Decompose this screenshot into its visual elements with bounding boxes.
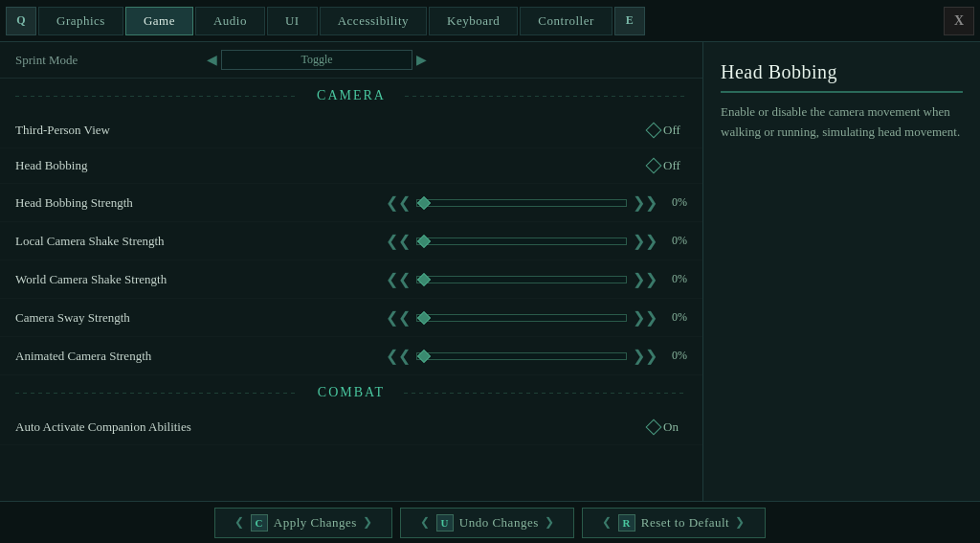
section-line-right [405, 96, 687, 97]
head-bobbing-strength-slider[interactable]: ❮❮ ❯❯ 0% [386, 193, 687, 212]
camera-section-label: Camera [298, 88, 405, 103]
info-panel: Head Bobbing Enable or disable the camer… [702, 42, 980, 501]
e-key-button[interactable]: E [614, 7, 645, 35]
apply-changes-button[interactable]: ❮ C Apply Changes ❯ [214, 508, 392, 538]
slider-left-arrow-5[interactable]: ❮❮ [386, 347, 411, 365]
head-bobbing-value: Off [663, 158, 687, 173]
camera-sway-slider[interactable]: ❮❮ ❯❯ 0% [386, 308, 687, 327]
head-bobbing-row: Head Bobbing Off [0, 148, 702, 184]
slider-track-4[interactable] [416, 314, 627, 322]
info-title: Head Bobbing [721, 61, 963, 93]
auto-activate-label: Auto Activate Companion Abilities [15, 419, 648, 435]
auto-activate-value: On [663, 419, 687, 435]
head-bobbing-strength-row: Head Bobbing Strength ❮❮ ❯❯ 0% [0, 184, 702, 222]
tab-audio[interactable]: Audio [195, 7, 265, 35]
sprint-mode-value: Toggle [221, 50, 412, 70]
head-bobbing-strength-value: 0% [663, 195, 687, 210]
tab-controller[interactable]: Controller [520, 7, 612, 35]
apply-key: C [251, 514, 268, 532]
slider-left-arrow-3[interactable]: ❮❮ [386, 270, 411, 288]
local-camera-shake-value: 0% [663, 234, 687, 248]
slider-track-5[interactable] [416, 352, 627, 360]
third-person-view-row: Third-Person View Off [0, 113, 702, 148]
slider-track[interactable] [416, 199, 627, 207]
slider-handle-3[interactable] [417, 272, 431, 285]
local-camera-shake-row: Local Camera Shake Strength ❮❮ ❯❯ 0% [0, 222, 702, 260]
slider-right-arrow[interactable]: ❯❯ [633, 193, 657, 212]
combat-section-header: Combat [0, 379, 702, 406]
reset-key: R [618, 514, 635, 532]
combat-section-line-left [15, 393, 299, 394]
undo-changes-button[interactable]: ❮ U Undo Changes ❯ [400, 508, 574, 538]
third-person-view-toggle[interactable]: Off [648, 123, 687, 138]
reset-to-default-button[interactable]: ❮ R Reset to Default ❯ [582, 508, 765, 538]
head-bobbing-strength-label: Head Bobbing Strength [15, 195, 386, 211]
slider-handle[interactable] [417, 195, 431, 209]
slider-right-arrow-5[interactable]: ❯❯ [633, 347, 657, 365]
undo-chevron-right: ❯ [545, 515, 555, 530]
toggle-left-arrow[interactable]: ◀ [207, 52, 217, 68]
auto-activate-toggle[interactable]: On [648, 419, 687, 435]
tab-accessibility[interactable]: Accessibility [320, 7, 427, 35]
bottom-bar: ❮ C Apply Changes ❯ ❮ U Undo Changes ❯ ❮… [0, 501, 980, 543]
slider-left-arrow[interactable]: ❮❮ [386, 193, 411, 212]
settings-panel: Sprint Mode ◀ Toggle ▶ Camera Third-Pers… [0, 42, 702, 501]
close-button[interactable]: X [944, 7, 974, 35]
undo-key: U [436, 514, 454, 532]
tab-keyboard[interactable]: Keyboard [429, 7, 518, 35]
local-camera-shake-label: Local Camera Shake Strength [15, 234, 386, 249]
undo-changes-label: Undo Changes [459, 515, 539, 531]
slider-right-arrow-2[interactable]: ❯❯ [633, 232, 657, 250]
sprint-mode-label: Sprint Mode [15, 53, 207, 68]
third-person-view-value: Off [663, 123, 687, 138]
combat-section-label: Combat [299, 385, 404, 400]
apply-chevron-right: ❯ [363, 515, 373, 530]
slider-right-arrow-4[interactable]: ❯❯ [633, 308, 657, 327]
toggle-right-arrow[interactable]: ▶ [416, 52, 427, 68]
reset-chevron-right: ❯ [735, 515, 746, 530]
slider-track-2[interactable] [416, 238, 627, 245]
tab-game[interactable]: Game [125, 7, 193, 35]
slider-right-arrow-3[interactable]: ❯❯ [633, 270, 657, 288]
third-person-view-label: Third-Person View [15, 123, 648, 138]
animated-camera-value: 0% [663, 349, 687, 363]
world-camera-shake-row: World Camera Shake Strength ❮❮ ❯❯ 0% [0, 260, 702, 299]
slider-left-arrow-2[interactable]: ❮❮ [386, 232, 411, 250]
world-camera-shake-slider[interactable]: ❮❮ ❯❯ 0% [386, 270, 687, 288]
auto-activate-row: Auto Activate Companion Abilities On [0, 410, 702, 445]
camera-section-header: Camera [0, 82, 702, 109]
top-navigation: Q Graphics Game Audio UI Accessibility K… [0, 0, 980, 42]
slider-left-arrow-4[interactable]: ❮❮ [386, 308, 411, 327]
head-bobbing-toggle[interactable]: Off [648, 158, 687, 173]
diamond-icon-2 [646, 158, 662, 174]
reset-chevron-left: ❮ [602, 515, 612, 530]
local-camera-shake-slider[interactable]: ❮❮ ❯❯ 0% [386, 232, 687, 250]
head-bobbing-label: Head Bobbing [15, 158, 648, 173]
reset-to-default-label: Reset to Default [641, 515, 729, 531]
slider-handle-4[interactable] [417, 310, 431, 324]
animated-camera-slider[interactable]: ❮❮ ❯❯ 0% [386, 347, 687, 365]
camera-sway-label: Camera Sway Strength [15, 310, 386, 326]
diamond-icon [646, 123, 662, 139]
animated-camera-row: Animated Camera Strength ❮❮ ❯❯ 0% [0, 337, 702, 375]
combat-section-line-right [404, 393, 687, 394]
q-key-button[interactable]: Q [6, 7, 36, 35]
apply-chevron-left: ❮ [234, 515, 245, 530]
diamond-icon-3 [646, 419, 662, 436]
animated-camera-label: Animated Camera Strength [15, 349, 386, 364]
camera-sway-value: 0% [663, 310, 687, 325]
undo-chevron-left: ❮ [420, 515, 431, 530]
slider-handle-5[interactable] [417, 349, 431, 362]
slider-handle-2[interactable] [417, 234, 431, 247]
apply-changes-label: Apply Changes [274, 515, 357, 531]
tab-ui[interactable]: UI [267, 7, 318, 35]
tab-graphics[interactable]: Graphics [38, 7, 123, 35]
world-camera-shake-label: World Camera Shake Strength [15, 272, 386, 287]
sprint-mode-row: Sprint Mode ◀ Toggle ▶ [0, 42, 702, 79]
info-description: Enable or disable the camera movement wh… [721, 102, 963, 143]
world-camera-shake-value: 0% [663, 272, 687, 286]
sprint-mode-control[interactable]: ◀ Toggle ▶ [207, 50, 427, 70]
section-line-left [15, 96, 298, 97]
slider-track-3[interactable] [416, 276, 627, 283]
main-content: Sprint Mode ◀ Toggle ▶ Camera Third-Pers… [0, 42, 980, 501]
